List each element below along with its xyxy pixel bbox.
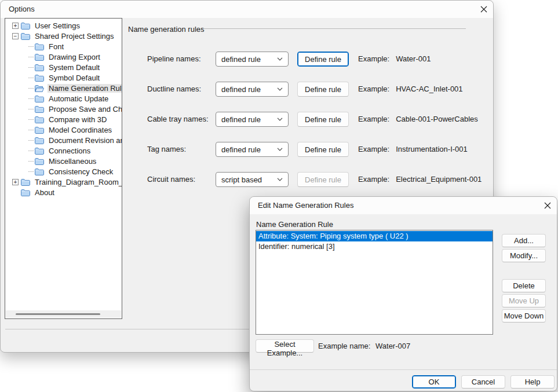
circuit-names-row: Circuit names: script based Define rule … [1, 172, 494, 187]
example-name-value: Water-007 [375, 339, 410, 353]
rule-label: Ductline names: [147, 82, 201, 97]
tag-names-dropdown[interactable]: defined rule [216, 142, 289, 157]
modify-button[interactable]: Modify... [502, 249, 546, 262]
example-text: Example:Electrical_Equipment-001 [358, 172, 482, 187]
group-title: Name generation rules [128, 25, 205, 34]
delete-button[interactable]: Delete [502, 279, 546, 292]
chevron-down-icon [277, 57, 283, 61]
tree-item-label: User Settings [34, 21, 81, 30]
ductline-names-define-rule-button[interactable]: Define rule [297, 82, 349, 97]
rule-list-item[interactable]: Attribute: System: Piping system type ( … [256, 231, 493, 241]
options-titlebar: Options [1, 1, 493, 18]
tree-item-label: Shared Project Settings [34, 32, 115, 41]
close-button[interactable] [538, 197, 557, 214]
add-button[interactable]: Add... [502, 234, 546, 247]
cancel-button[interactable]: Cancel [461, 375, 505, 389]
ductline-names-row: Ductline names: defined rule Define rule… [1, 82, 494, 97]
example-label: Example: [358, 85, 389, 93]
dropdown-selected-value: defined rule [221, 55, 261, 64]
rule-label: Cable tray names: [147, 112, 209, 127]
folder-icon [21, 22, 30, 30]
rule-list-label: Name Generation Rule [256, 220, 333, 229]
expand-plus-icon[interactable]: + [12, 23, 19, 29]
example-label: Example: [358, 175, 389, 184]
dropdown-selected-value: script based [221, 175, 262, 184]
chevron-down-icon [277, 87, 283, 91]
dropdown-selected-value: defined rule [221, 145, 261, 154]
example-name-label: Example name: [318, 339, 370, 353]
example-label: Example: [358, 145, 389, 153]
example-text: Example:Cable-001-PowerCables [358, 112, 478, 127]
edit-titlebar: Edit Name Generation Rules [250, 197, 557, 214]
example-label: Example: [358, 54, 389, 63]
pipeline-names-row: Pipeline names: defined rule Define rule… [1, 52, 494, 67]
chevron-down-icon [277, 118, 283, 121]
pipeline-names-define-rule-button[interactable]: Define rule [297, 52, 349, 67]
tree-horizontal-scrollbar[interactable] [6, 310, 121, 318]
example-text: Example:Water-001 [358, 52, 431, 67]
scrollbar-thumb[interactable] [16, 313, 100, 315]
tree-item-label: Font [48, 42, 65, 51]
group-divider [202, 28, 466, 29]
example-label: Example: [358, 115, 389, 123]
cable-tray-names-dropdown[interactable]: defined rule [216, 112, 289, 127]
tag-names-define-rule-button[interactable]: Define rule [297, 142, 349, 157]
tree-item-shared-project-settings[interactable]: − Shared Project Settings [5, 31, 122, 41]
move-up-button: Move Up [502, 294, 546, 307]
edit-dialog-title: Edit Name Generation Rules [258, 197, 353, 214]
collapse-minus-icon[interactable]: − [12, 33, 19, 39]
close-icon [480, 6, 487, 13]
example-value: Water-001 [396, 54, 431, 63]
chevron-down-icon [277, 148, 283, 151]
example-text: Example:Instrumentation-I-001 [358, 142, 468, 157]
folder-icon [35, 43, 44, 50]
example-value: Electrical_Equipment-001 [396, 175, 482, 184]
tree-connector [28, 46, 34, 47]
cable-tray-names-row: Cable tray names: defined rule Define ru… [1, 112, 494, 127]
chevron-down-icon [277, 178, 283, 181]
close-button[interactable] [475, 1, 493, 18]
circuit-names-dropdown[interactable]: script based [216, 172, 289, 187]
move-down-button[interactable]: Move Down [502, 309, 546, 323]
footer-separator [250, 369, 557, 370]
rule-list-item[interactable]: Identifier: numerical [3] [256, 241, 493, 252]
folder-icon [21, 32, 30, 40]
pipeline-names-dropdown[interactable]: defined rule [216, 52, 289, 67]
dropdown-selected-value: defined rule [221, 115, 261, 124]
ok-button[interactable]: OK [412, 375, 456, 389]
example-text: Example:HVAC-AC_Inlet-001 [358, 82, 463, 97]
tree-item-user-settings[interactable]: + User Settings [5, 20, 122, 31]
cable-tray-names-define-rule-button[interactable]: Define rule [297, 112, 349, 127]
rules-rows: Pipeline names: defined rule Define rule… [1, 52, 494, 202]
example-value: Instrumentation-I-001 [396, 145, 468, 153]
close-icon [544, 202, 551, 209]
example-value: Cable-001-PowerCables [396, 115, 478, 123]
edit-name-generation-rules-dialog: Edit Name Generation Rules Name Generati… [249, 196, 557, 391]
rule-label: Tag names: [147, 142, 186, 157]
circuit-names-define-rule-button: Define rule [297, 172, 349, 187]
ductline-names-dropdown[interactable]: defined rule [216, 82, 289, 97]
dropdown-selected-value: defined rule [221, 85, 261, 94]
rule-label: Pipeline names: [147, 52, 201, 67]
rule-label: Circuit names: [147, 172, 195, 187]
help-button[interactable]: Help [510, 375, 555, 389]
select-example-button[interactable]: Select Example... [256, 339, 314, 353]
tag-names-row: Tag names: defined rule Define rule Exam… [1, 142, 494, 157]
rule-listbox[interactable]: Attribute: System: Piping system type ( … [256, 230, 493, 335]
options-dialog-title: Options [9, 1, 35, 18]
tree-item-font[interactable]: Font [5, 41, 122, 52]
example-value: HVAC-AC_Inlet-001 [396, 85, 462, 93]
